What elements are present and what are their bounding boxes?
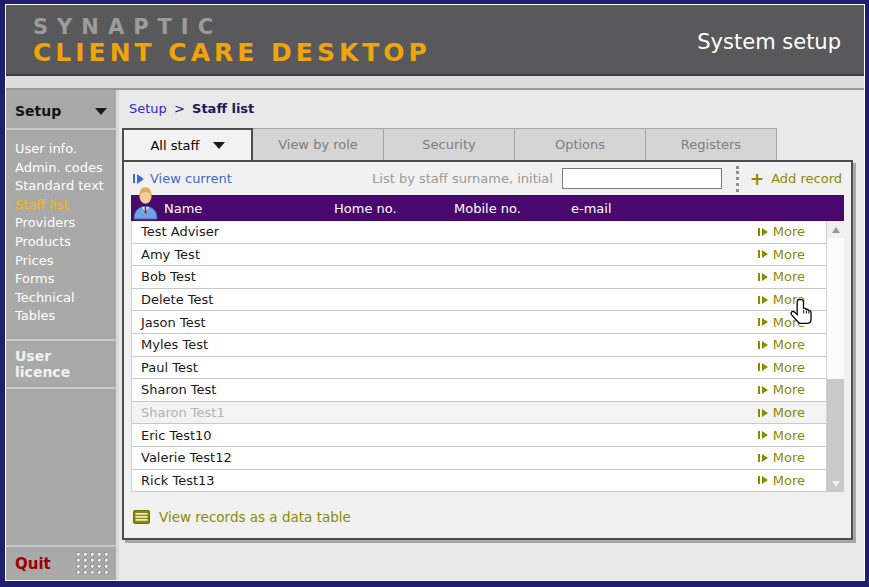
sidebar-item-technical[interactable]: Technical: [15, 289, 116, 308]
table-row[interactable]: Sharon Test More: [132, 379, 826, 402]
vertical-scrollbar[interactable]: [827, 221, 844, 492]
page-title: System setup: [697, 30, 841, 54]
sidebar-section-title: Setup: [15, 103, 61, 119]
sidebar-item-label: Tables: [15, 308, 55, 323]
collapse-arrow-icon[interactable]: [95, 108, 107, 115]
more-link[interactable]: More: [758, 470, 805, 492]
sidebar-item-label: Products: [15, 234, 71, 249]
sidebar-item-providers[interactable]: Providers: [15, 214, 116, 233]
scroll-down-button[interactable]: [827, 475, 844, 492]
tab-security[interactable]: Security: [384, 128, 515, 160]
column-header: Name: [164, 201, 334, 216]
play-arrow-icon: [758, 363, 768, 371]
play-arrow-icon: [758, 476, 768, 484]
sidebar-item-products[interactable]: Products: [15, 233, 116, 252]
staff-name: Valerie Test12: [141, 450, 232, 465]
more-link[interactable]: More: [758, 266, 805, 288]
quit-button[interactable]: Quit: [15, 555, 51, 573]
play-arrow-icon: [758, 454, 768, 462]
more-link[interactable]: More: [758, 357, 805, 379]
sidebar-item-label: Technical: [15, 290, 75, 305]
table-row[interactable]: Delete Test More: [132, 289, 826, 312]
tab-label: View by role: [278, 137, 358, 152]
more-label: More: [773, 247, 805, 262]
sidebar-item-standard-text[interactable]: Standard text: [15, 177, 116, 196]
play-arrow-icon: [758, 296, 768, 304]
table-row[interactable]: Amy Test More: [132, 244, 826, 267]
scroll-up-button[interactable]: [827, 221, 844, 238]
table-row[interactable]: Paul Test More: [132, 357, 826, 380]
staff-name: Eric Test10: [141, 428, 212, 443]
add-record-button[interactable]: + Add record: [750, 171, 842, 186]
play-arrow-icon: [758, 386, 768, 394]
table-row[interactable]: Eric Test10 More: [132, 424, 826, 447]
triangle-down-icon: [832, 481, 840, 487]
more-label: More: [773, 473, 805, 488]
sidebar-item-user-info[interactable]: User info.: [15, 140, 116, 159]
table-row[interactable]: Bob Test More: [132, 266, 826, 289]
sidebar-item-tables[interactable]: Tables: [15, 307, 116, 326]
staff-list-panel: View current List by staff surname, init…: [122, 160, 853, 540]
scrollbar-thumb[interactable]: [827, 238, 844, 379]
view-records-data-table-link[interactable]: View records as a data table: [133, 509, 851, 525]
view-current-link[interactable]: View current: [133, 171, 232, 186]
quit-bar: Quit: [6, 545, 116, 580]
tab-label: Registers: [681, 137, 741, 152]
play-arrow-icon: [758, 409, 768, 417]
staff-name: Delete Test: [141, 292, 213, 307]
table-row[interactable]: Sharon Test1 More: [132, 402, 826, 425]
sidebar-item-label: User info.: [15, 141, 77, 156]
more-link[interactable]: More: [758, 402, 805, 424]
more-link[interactable]: More: [758, 221, 805, 243]
drag-grip-icon: [76, 552, 109, 575]
more-label: More: [773, 337, 805, 352]
list-by-label: List by staff surname, initial: [372, 171, 553, 186]
sidebar-item-label: Prices: [15, 253, 54, 268]
sidebar-section-user-licence[interactable]: User licence: [6, 339, 116, 389]
more-label: More: [773, 315, 805, 330]
tab-label: Security: [422, 137, 475, 152]
sidebar-item-forms[interactable]: Forms: [15, 270, 116, 289]
table-row[interactable]: Myles Test More: [132, 334, 826, 357]
tab-all-staff[interactable]: All staff: [122, 128, 253, 160]
column-header: Mobile no.: [454, 201, 571, 216]
tab-registers[interactable]: Registers: [646, 128, 777, 160]
more-link[interactable]: More: [758, 424, 805, 446]
sidebar-item-admin-codes[interactable]: Admin. codes: [15, 159, 116, 178]
tab-options[interactable]: Options: [515, 128, 646, 160]
sidebar-item-prices[interactable]: Prices: [15, 252, 116, 271]
sidebar-item-label: Admin. codes: [15, 160, 103, 175]
more-link[interactable]: More: [758, 334, 805, 356]
dotted-separator: [736, 166, 739, 192]
staff-name: Rick Test13: [141, 473, 215, 488]
surname-filter-input[interactable]: [562, 168, 722, 189]
play-arrow-icon: [758, 341, 768, 349]
more-label: More: [773, 382, 805, 397]
sidebar-section-setup[interactable]: Setup: [6, 90, 116, 130]
more-label: More: [773, 269, 805, 284]
breadcrumb-current: Staff list: [192, 101, 254, 116]
more-label: More: [773, 428, 805, 443]
triangle-up-icon: [832, 227, 840, 233]
more-link[interactable]: More: [758, 244, 805, 266]
sidebar-items: User info.Admin. codesStandard textStaff…: [6, 130, 116, 326]
staff-avatar-icon: [132, 186, 159, 220]
table-row[interactable]: Valerie Test12 More: [132, 447, 826, 470]
breadcrumb-setup-link[interactable]: Setup: [129, 101, 167, 116]
sidebar-item-staff-list[interactable]: Staff list: [15, 196, 116, 215]
breadcrumb: Setup > Staff list: [129, 101, 858, 116]
more-link[interactable]: More: [758, 311, 805, 333]
more-link[interactable]: More: [758, 447, 805, 469]
table-row[interactable]: Rick Test13 More: [132, 470, 826, 493]
more-link[interactable]: More: [758, 289, 805, 311]
tab-view-by-role[interactable]: View by role: [253, 128, 384, 160]
play-arrow-icon: [758, 431, 768, 439]
tab-dropdown-icon[interactable]: [213, 142, 225, 149]
panel-toolbar: View current List by staff surname, init…: [124, 162, 851, 195]
staff-name: Bob Test: [141, 269, 196, 284]
header-divider-strip: [6, 76, 864, 90]
more-link[interactable]: More: [758, 379, 805, 401]
table-row[interactable]: Test Adviser More: [132, 221, 826, 244]
table-row[interactable]: Jason Test More: [132, 311, 826, 334]
app-window: SYNAPTIC CLIENT CARE DESKTOP System setu…: [0, 0, 869, 587]
